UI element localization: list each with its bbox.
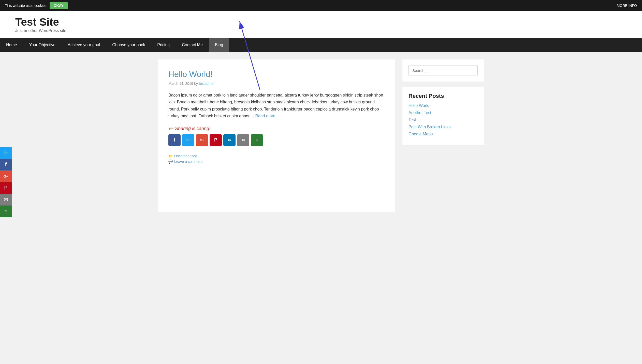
post-content: Bacon ipsum dolor amet pork loin landjae…: [168, 92, 385, 119]
category-link[interactable]: Uncategorized: [174, 154, 197, 158]
cookie-okay-button[interactable]: OKAY: [50, 2, 68, 9]
linkedin-share-icon: in: [228, 138, 231, 142]
site-tagline: Just another WordPress site: [15, 28, 66, 33]
social-twitter-link[interactable]: 🐦: [0, 147, 12, 159]
nav-home[interactable]: Home: [0, 38, 23, 52]
cookie-bar: This website uses cookies OKAY MORE INFO: [0, 0, 642, 11]
search-input[interactable]: [408, 66, 478, 75]
cookie-message: This website uses cookies: [5, 4, 47, 8]
email-share-icon: ✉: [241, 137, 245, 143]
share-twitter-button[interactable]: 🐦: [182, 134, 194, 146]
nav-choose-pack[interactable]: Choose your pack: [106, 38, 151, 52]
sharing-arrow-decoration: ↩: [168, 125, 173, 132]
folder-icon: 📁: [168, 154, 173, 158]
nav-achieve-goal[interactable]: Achieve your goal: [62, 38, 106, 52]
post-date: March 14, 2019: [168, 82, 193, 86]
social-facebook-link[interactable]: f: [0, 159, 12, 170]
share-email-button[interactable]: ✉: [237, 134, 249, 146]
googleplus-icon: G+: [3, 174, 8, 178]
main-nav: Home Your Objective Achieve your goal Ch…: [0, 38, 642, 52]
list-item: Another Test: [408, 110, 478, 115]
post-author-link[interactable]: testadmin: [199, 82, 214, 86]
read-more-link[interactable]: Read more: [255, 114, 275, 118]
sidebar: Recent Posts Hello World! Another Test T…: [402, 59, 484, 212]
cookie-more-info-link[interactable]: MORE INFO: [617, 4, 637, 8]
facebook-share-icon: f: [174, 137, 175, 143]
facebook-icon: f: [5, 161, 7, 168]
share-linkedin-button[interactable]: in: [223, 134, 236, 146]
share-pinterest-button[interactable]: P: [210, 134, 222, 146]
share-googleplus-button[interactable]: G+: [196, 134, 208, 146]
recent-post-link-0[interactable]: Hello World!: [408, 103, 431, 108]
site-header: Test Site Just another WordPress site: [0, 11, 642, 38]
more-icon: ≡: [4, 208, 7, 214]
nav-pricing[interactable]: Pricing: [151, 38, 176, 52]
site-title: Test Site: [15, 16, 66, 28]
recent-post-link-4[interactable]: Google Maps: [408, 132, 433, 136]
pinterest-share-icon: P: [214, 137, 217, 143]
googleplus-share-icon: G+: [200, 138, 204, 142]
sharing-section: ↩ Sharing is caring! f 🐦 G+ P in: [168, 125, 385, 146]
search-widget: [402, 59, 484, 82]
twitter-share-icon: 🐦: [185, 137, 191, 143]
post-title-link[interactable]: Hello World!: [168, 70, 213, 79]
post-comment-item: 💬 Leave a comment: [168, 160, 385, 164]
sharing-buttons: f 🐦 G+ P in ✉ ≡: [168, 134, 385, 146]
list-item: Test: [408, 118, 478, 122]
post-title: Hello World!: [168, 70, 385, 79]
recent-posts-list: Hello World! Another Test Test Post With…: [408, 103, 478, 136]
recent-posts-title: Recent Posts: [408, 93, 478, 99]
share-more-button[interactable]: ≡: [251, 134, 263, 146]
comment-link[interactable]: Leave a comment: [174, 160, 202, 164]
email-icon: ✉: [4, 197, 8, 203]
social-googleplus-link[interactable]: G+: [0, 170, 12, 182]
recent-post-link-2[interactable]: Test: [408, 118, 416, 122]
post-category-item: 📁 Uncategorized: [168, 154, 385, 158]
social-pinterest-link[interactable]: P: [0, 182, 12, 194]
sharing-label: ↩ Sharing is caring!: [168, 125, 385, 132]
share-facebook-button[interactable]: f: [168, 134, 181, 146]
comment-icon: 💬: [168, 160, 173, 164]
recent-post-link-1[interactable]: Another Test: [408, 110, 431, 115]
recent-posts-widget: Recent Posts Hello World! Another Test T…: [402, 87, 484, 145]
recent-post-link-3[interactable]: Post With Broken Links: [408, 125, 450, 129]
social-sidebar: 🐦 f G+ P ✉ ≡: [0, 147, 12, 217]
twitter-icon: 🐦: [3, 150, 9, 156]
social-email-link[interactable]: ✉: [0, 194, 12, 205]
list-item: Google Maps: [408, 132, 478, 136]
pinterest-icon: P: [4, 185, 7, 191]
social-more-link[interactable]: ≡: [0, 205, 12, 217]
list-item: Post With Broken Links: [408, 125, 478, 129]
post-meta: March 14, 2019 by testadmin: [168, 82, 385, 86]
nav-your-objective[interactable]: Your Objective: [23, 38, 62, 52]
nav-blog[interactable]: Blog: [209, 38, 229, 52]
nav-contact[interactable]: Contact Me: [176, 38, 209, 52]
post-footer: 📁 Uncategorized 💬 Leave a comment: [168, 154, 385, 164]
main-content: Hello World! March 14, 2019 by testadmin…: [158, 59, 395, 212]
list-item: Hello World!: [408, 103, 478, 108]
more-share-icon: ≡: [256, 137, 258, 143]
